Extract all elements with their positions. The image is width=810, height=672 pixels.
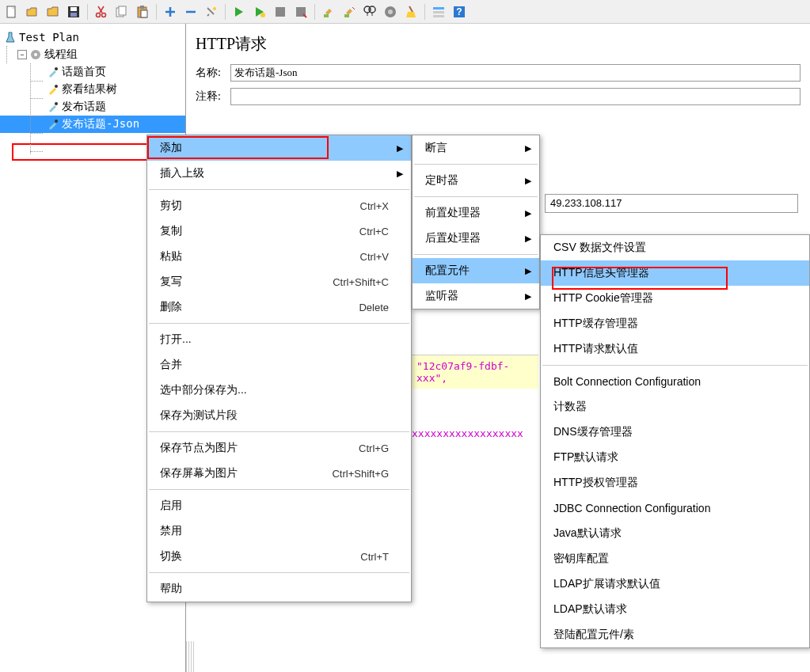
ctx-main-item[interactable]: 复写Ctrl+Shift+C	[147, 269, 411, 294]
tree-item-1[interactable]: 察看结果树	[0, 81, 185, 98]
svg-point-31	[55, 120, 58, 123]
folder-icon[interactable]	[44, 3, 62, 21]
menu-item-label: 插入上级	[160, 166, 389, 180]
toolbar-separator	[314, 4, 315, 20]
tree-item-label: 发布话题	[62, 100, 106, 114]
new-file-icon[interactable]	[3, 3, 21, 21]
menu-item-label: FTP默认请求	[553, 450, 787, 465]
search-icon[interactable]	[361, 3, 378, 21]
ctx-main-item[interactable]: 保存节点为图片Ctrl+G	[147, 435, 411, 461]
ctx-main-item[interactable]: 保存屏幕为图片Ctrl+Shift+G	[147, 461, 411, 486]
expand-icon[interactable]	[162, 3, 179, 21]
svg-point-18	[369, 6, 375, 13]
tree-root[interactable]: Test Plan	[0, 28, 185, 46]
cut-icon[interactable]	[93, 3, 110, 21]
shutdown-icon[interactable]	[292, 3, 310, 21]
run-icon[interactable]	[230, 3, 248, 21]
context-menu-config: CSV 数据文件设置HTTP信息头管理器HTTP Cookie管理器HTTP缓存…	[540, 234, 810, 648]
menu-item-label: 断言	[425, 141, 517, 155]
ctx-config-item[interactable]: LDAP扩展请求默认值	[541, 571, 809, 597]
ctx-config-item[interactable]: 登陆配置元件/素	[541, 622, 809, 647]
svg-point-29	[55, 85, 58, 88]
clear-icon[interactable]	[320, 3, 337, 21]
tree-item-0[interactable]: 话题首页	[0, 63, 185, 81]
toolbar-separator	[87, 4, 88, 20]
ctx-add-item[interactable]: 定时器▶	[413, 168, 539, 193]
tree-item-2[interactable]: 发布话题	[0, 98, 185, 116]
copy-icon[interactable]	[113, 3, 131, 21]
menu-item-label: 计数器	[553, 400, 787, 414]
ctx-config-item[interactable]: HTTP缓存管理器	[541, 311, 809, 336]
splitter-handle[interactable]	[186, 641, 194, 672]
clear-all-icon[interactable]	[340, 3, 358, 21]
save-icon[interactable]	[65, 3, 82, 21]
ctx-main-item[interactable]: 启用	[147, 493, 411, 518]
open-icon[interactable]	[24, 3, 41, 21]
ctx-add-item[interactable]: 配置元件▶	[413, 258, 539, 283]
ctx-main-item[interactable]: 复制Ctrl+C	[147, 218, 411, 244]
ctx-config-item[interactable]: HTTP请求默认值	[541, 336, 809, 362]
ctx-config-item[interactable]: HTTP Cookie管理器	[541, 286, 809, 311]
ctx-config-item[interactable]: 密钥库配置	[541, 546, 809, 571]
ctx-add-item[interactable]: 监听器▶	[413, 283, 539, 309]
ctx-config-item[interactable]: CSV 数据文件设置	[541, 235, 809, 260]
flask-icon	[3, 30, 17, 44]
annotation-box	[12, 143, 162, 161]
ctx-config-item[interactable]: HTTP授权管理器	[541, 470, 809, 495]
ctx-main-item[interactable]: 删除Delete	[147, 294, 411, 320]
menu-shortcut: Ctrl+X	[360, 200, 389, 212]
ctx-config-item[interactable]: Java默认请求	[541, 521, 809, 546]
ctx-main-item[interactable]: 添加▶	[147, 135, 411, 161]
toggle-icon[interactable]	[203, 3, 220, 21]
ctx-config-item[interactable]: FTP默认请求	[541, 445, 809, 470]
ctx-main-item[interactable]: 粘贴Ctrl+V	[147, 244, 411, 269]
ctx-main-item[interactable]: 保存为测试片段	[147, 403, 411, 428]
ctx-config-item[interactable]: 计数器	[541, 394, 809, 420]
server-ip-input[interactable]: 49.233.108.117	[545, 194, 798, 213]
submenu-arrow-icon: ▶	[525, 208, 531, 218]
ctx-config-item[interactable]: Bolt Connection Configuration	[541, 369, 809, 394]
tree-item-3-selected[interactable]: 发布话题-Json	[0, 116, 185, 133]
func-helper-icon[interactable]	[382, 3, 399, 21]
ctx-main-item[interactable]: 插入上级▶	[147, 161, 411, 186]
ctx-add-item[interactable]: 断言▶	[413, 135, 539, 161]
toolbar-separator	[156, 4, 157, 20]
broom-icon[interactable]	[402, 3, 420, 21]
help-icon[interactable]: ?	[451, 3, 468, 21]
template-icon[interactable]	[430, 3, 447, 21]
submenu-arrow-icon: ▶	[525, 291, 531, 302]
ctx-config-item[interactable]: DNS缓存管理器	[541, 420, 809, 445]
collapse-icon[interactable]	[182, 3, 200, 21]
name-input[interactable]	[230, 64, 800, 82]
menu-item-label: 定时器	[425, 173, 517, 188]
sampler-icon	[46, 100, 60, 114]
gear-icon	[29, 47, 43, 62]
comment-input[interactable]	[230, 88, 800, 105]
ctx-config-item[interactable]: HTTP信息头管理器	[541, 260, 809, 286]
sampler-icon	[46, 65, 60, 79]
ctx-add-item[interactable]: 前置处理器▶	[413, 200, 539, 226]
ctx-main-item[interactable]: 选中部分保存为...	[147, 378, 411, 403]
ctx-main-item[interactable]: 打开...	[147, 327, 411, 352]
ctx-config-item[interactable]: JDBC Connection Configuration	[541, 495, 809, 521]
ctx-main-item[interactable]: 禁用	[147, 518, 411, 544]
ctx-add-item[interactable]: 后置处理器▶	[413, 226, 539, 251]
menu-item-label: 粘贴	[160, 249, 329, 264]
tree-thread-group[interactable]: − 线程组	[0, 46, 185, 63]
svg-text:?: ?	[456, 6, 462, 17]
ctx-main-item[interactable]: 帮助	[147, 576, 411, 602]
menu-item-label: DNS缓存管理器	[553, 425, 787, 439]
ctx-main-item[interactable]: 剪切Ctrl+X	[147, 193, 411, 218]
ctx-main-item[interactable]: 切换Ctrl+T	[147, 544, 411, 569]
menu-item-label: 保存节点为图片	[160, 441, 327, 455]
menu-item-label: 复制	[160, 224, 328, 238]
ctx-config-item[interactable]: LDAP默认请求	[541, 597, 809, 622]
menu-item-label: 保存屏幕为图片	[160, 466, 300, 480]
submenu-arrow-icon: ▶	[397, 169, 403, 179]
run-notimer-icon[interactable]	[251, 3, 268, 21]
ctx-main-item[interactable]: 合并	[147, 352, 411, 378]
menu-item-label: Java默认请求	[553, 526, 787, 541]
stop-icon[interactable]	[272, 3, 289, 21]
collapse-btn[interactable]: −	[17, 50, 27, 59]
paste-icon[interactable]	[134, 3, 151, 21]
